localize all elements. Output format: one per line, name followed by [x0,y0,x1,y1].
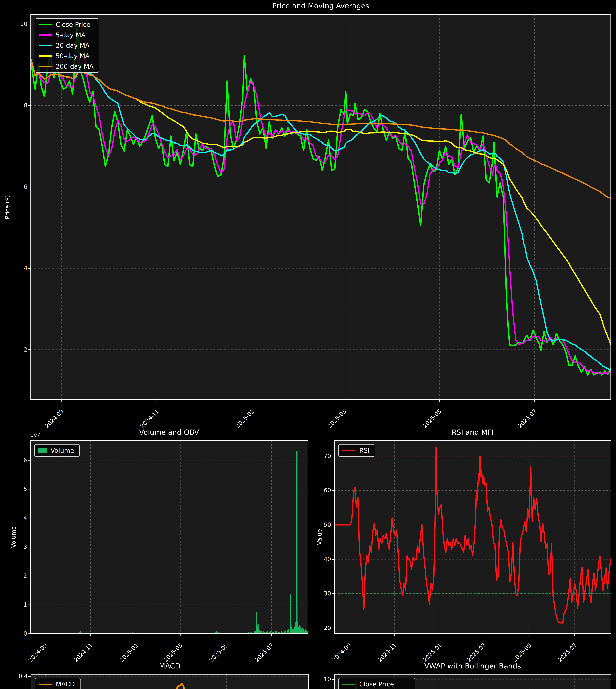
y-tick-mark [28,676,30,676]
legend-item-label: MACD [56,681,75,687]
volume-chart-title: Volume and OBV [30,428,308,437]
legend-item: 20-day MA [39,42,93,49]
price-chart-panel: Price and Moving Averages Price ($) Clos… [30,14,611,400]
legend-item: 50-day MA [39,53,93,59]
price-y-axis-label: Price ($) [4,195,11,219]
y-tick-label: 4 [5,515,27,521]
macd-chart-panel: MACD Value MACDSignal 0.40.20.0−0.2−0.4−… [30,674,309,689]
y-tick-mark [27,518,30,518]
legend-item-label: 5-day MA [56,32,85,38]
y-tick-mark [28,105,30,106]
price-legend: Close Price5-day MA20-day MA50-day MA200… [35,18,99,73]
x-tick-label: 2025-05 [422,408,442,429]
5-day-ma-legend-line [39,35,52,36]
x-tick-label: 2025-05 [512,642,532,663]
y-tick-label: 4 [5,265,27,271]
x-tick-label: 2025-07 [517,408,537,429]
y-tick-mark [332,490,334,491]
x-tick-mark [271,634,272,636]
macd-legend: MACDSignal [35,678,81,689]
y-tick-mark [27,576,30,576]
rsi-plot-area [334,440,611,634]
x-tick-mark [344,400,344,402]
x-tick-mark [484,634,484,636]
x-tick-label: 2025-03 [466,642,487,663]
x-tick-mark [226,634,226,636]
y-tick-label: 60 [309,488,331,493]
legend-item-label: 20-day MA [56,42,90,49]
volume-bar [296,451,298,634]
legend-item: 200-day MA [39,63,93,70]
y-tick-mark [27,460,30,461]
legend-item: 5-day MA [39,32,93,38]
y-tick-mark [332,559,334,560]
macd-legend-line [39,684,52,685]
legend-item: MACD [39,681,75,687]
x-tick-label: 2025-07 [254,642,274,663]
rsi-chart-title: RSI and MFI [334,428,611,437]
50-day-ma-legend-line [39,55,52,57]
x-tick-label: 2025-03 [163,642,183,663]
x-tick-mark [180,634,180,636]
x-tick-label: 2024-09 [44,408,65,429]
axes-background [334,440,611,634]
y-tick-mark [27,604,30,605]
y-tick-mark [332,593,334,594]
rsi-y-axis-label: Value [316,529,323,545]
y-tick-label: 5 [5,486,27,492]
volume-plot-area [30,440,308,634]
y-tick-label: 6 [5,457,27,463]
x-tick-mark [157,400,157,402]
x-tick-label: 2025-03 [327,408,347,429]
y-tick-label: 0 [5,631,27,637]
y-tick-label: 30 [309,591,331,596]
y-tick-mark [28,24,30,24]
x-tick-mark [349,634,349,636]
x-tick-mark [529,634,529,636]
price-chart-title: Price and Moving Averages [30,2,611,10]
x-tick-label: 2024-09 [27,642,48,663]
y-tick-label: 70 [309,453,331,459]
200-day-ma-legend-line [39,66,52,67]
y-tick-mark [27,489,30,489]
close-price-legend-line [39,24,52,25]
legend-item-label: RSI [359,447,370,454]
y-tick-mark [332,628,334,628]
x-tick-label: 2025-01 [235,408,255,429]
y-tick-label: 50 [309,522,331,528]
macd-chart-title: MACD [30,662,309,670]
x-tick-label: 2025-01 [422,642,443,663]
x-tick-label: 2025-05 [208,642,229,663]
vwap-chart-panel: VWAP with Bollinger Bands Price ($) Clos… [334,674,611,689]
close-price-legend-line [342,684,355,685]
y-tick-mark [332,679,334,680]
price-plot-area [30,14,611,400]
x-tick-label: 2024-11 [73,642,94,663]
legend-item: Close Price [342,681,410,687]
vwap-chart-title: VWAP with Bollinger Bands [334,662,611,670]
x-tick-mark [62,400,62,402]
legend-item-label: 50-day MA [56,53,90,59]
legend-item-label: Close Price [359,681,394,687]
x-tick-mark [90,634,91,636]
axes-background [30,440,308,634]
y-tick-mark [27,547,30,547]
vwap-legend: Close PriceVWAPVWAP BB UpperVWAP BB Lowe… [338,678,415,689]
y-tick-label: 8 [5,103,27,108]
y-tick-mark [27,634,30,634]
y-tick-label: 10 [309,676,331,682]
x-tick-mark [574,634,575,636]
y-tick-label: 0.4 [5,673,27,679]
volume-legend: Volume [34,444,80,457]
x-tick-label: 2024-11 [139,408,160,429]
rsi-chart-panel: RSI and MFI Value RSI 2030405060702024-0… [334,440,611,634]
y-tick-mark [332,525,334,525]
y-tick-label: 6 [5,184,27,190]
rsi-legend: RSI [338,444,375,457]
x-tick-label: 2025-07 [557,642,578,663]
x-tick-mark [440,634,440,636]
x-tick-mark [136,634,136,636]
legend-item: Close Price [39,21,93,28]
x-tick-label: 2024-09 [331,642,352,663]
legend-item: Volume [38,447,74,454]
